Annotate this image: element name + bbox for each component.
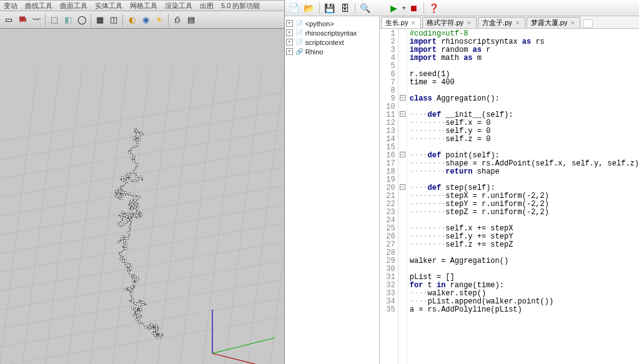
editor-toolbar: 📄 📂 💾 🗄 🔍 ▶ ▾ ⏹ ❓ — [285, 0, 639, 16]
editor-tab[interactable]: 方盒子.py✕ — [478, 17, 525, 28]
editor-tab[interactable]: 梦露大厦.py✕ — [527, 17, 581, 28]
svg-rect-56 — [129, 177, 131, 179]
close-icon[interactable]: ✕ — [570, 20, 576, 26]
svg-rect-129 — [121, 216, 123, 218]
svg-rect-230 — [159, 333, 161, 335]
svg-line-21 — [180, 66, 217, 364]
module-icon: 📄 — [295, 20, 304, 27]
svg-line-25 — [270, 66, 284, 364]
render-icon[interactable]: ◐ — [126, 14, 138, 26]
close-icon[interactable]: ✕ — [515, 20, 521, 26]
menu-item[interactable]: 实体工具 — [91, 1, 126, 11]
svg-rect-225 — [156, 332, 158, 333]
box-icon[interactable]: ▭ — [2, 14, 15, 26]
svg-rect-161 — [131, 264, 132, 266]
curve-icon[interactable]: 〰 — [30, 14, 42, 26]
expander-icon[interactable]: + — [286, 20, 293, 27]
light-icon[interactable]: ☀ — [153, 14, 166, 26]
menu-item[interactable]: 曲线工具 — [21, 1, 56, 11]
editor-tabs[interactable]: 生长.py✕格式字符.py✕方盒子.py✕梦露大厦.py✕ — [380, 16, 639, 29]
menu-item[interactable]: 出图 — [196, 1, 217, 11]
cage-icon[interactable]: ◫ — [107, 14, 120, 26]
code-text[interactable]: #coding=utf-8import rhinoscriptsyntax as… — [407, 29, 639, 364]
new-file-button[interactable]: 📄 — [287, 2, 301, 14]
tree-item[interactable]: +🔗Rhino — [286, 47, 378, 56]
svg-rect-212 — [154, 330, 156, 332]
menu-item[interactable]: 5.0 的新功能 — [217, 1, 264, 11]
close-icon[interactable]: ✕ — [410, 20, 417, 26]
editor-tab[interactable]: 生长.py✕ — [381, 17, 422, 28]
open-file-button[interactable]: 📂 — [302, 2, 316, 14]
svg-rect-51 — [132, 171, 134, 173]
svg-line-10 — [0, 129, 284, 179]
save-all-button[interactable]: 🗄 — [338, 2, 352, 14]
svg-rect-182 — [131, 299, 133, 301]
svg-rect-205 — [139, 321, 141, 323]
module-icon: 📄 — [295, 39, 304, 46]
menu-item[interactable]: 曲面工具 — [56, 1, 91, 11]
run-button[interactable]: ▶ — [387, 2, 401, 14]
print-icon[interactable]: ⎙ — [171, 14, 184, 26]
expander-icon[interactable]: + — [286, 29, 293, 36]
svg-rect-61 — [127, 173, 129, 175]
svg-rect-197 — [134, 309, 136, 311]
svg-rect-124 — [134, 214, 136, 215]
tree-item[interactable]: +📄rhinoscriptsyntax — [286, 28, 378, 37]
help-button[interactable]: ❓ — [427, 2, 441, 14]
search-button[interactable]: 🔍 — [359, 2, 372, 14]
svg-rect-163 — [129, 267, 131, 269]
close-icon[interactable]: ✕ — [466, 20, 472, 26]
fold-toggle[interactable]: − — [400, 184, 405, 190]
fold-toggle[interactable]: − — [400, 111, 405, 117]
svg-line-7 — [0, 185, 284, 235]
svg-line-15 — [45, 66, 82, 364]
code-area[interactable]: 1234567891011121314151617181920212223242… — [380, 29, 639, 364]
fold-column[interactable]: −−−− — [399, 29, 407, 364]
material-icon[interactable]: ◉ — [139, 14, 152, 26]
svg-rect-152 — [124, 245, 126, 247]
svg-rect-121 — [131, 215, 132, 217]
svg-rect-104 — [131, 207, 133, 209]
svg-rect-112 — [137, 217, 139, 219]
svg-rect-52 — [136, 175, 137, 177]
box3d-icon[interactable]: ⬚ — [48, 14, 61, 26]
svg-rect-227 — [154, 333, 156, 335]
svg-rect-100 — [131, 200, 132, 202]
svg-rect-37 — [133, 140, 135, 142]
svg-rect-40 — [139, 139, 141, 141]
svg-line-24 — [247, 66, 284, 364]
tree-item[interactable]: +📄<python> — [286, 19, 378, 28]
expander-icon[interactable]: + — [286, 39, 293, 46]
rhino-menubar[interactable]: 变动曲线工具曲面工具实体工具网格工具渲染工具出图5.0 的新功能 — [0, 0, 284, 11]
menu-item[interactable]: 渲染工具 — [161, 1, 196, 11]
module-tree[interactable]: +📄<python>+📄rhinoscriptsyntax+📄scriptcon… — [285, 16, 380, 364]
rhino-toolbar[interactable]: ▭ ⛟ 〰 ⬚ ◧ ◯ ▦ ◫ ◐ ◉ ☀ ⎙ ▤ — [0, 11, 284, 29]
tab-label: 方盒子.py — [482, 18, 512, 27]
stop-button[interactable]: ⏹ — [407, 2, 420, 14]
save-button[interactable]: 💾 — [323, 2, 337, 14]
editor-body: +📄<python>+📄rhinoscriptsyntax+📄scriptcon… — [285, 16, 639, 364]
new-tab-button[interactable] — [583, 19, 593, 28]
svg-rect-195 — [136, 306, 138, 308]
svg-rect-55 — [134, 180, 136, 182]
svg-rect-34 — [141, 133, 142, 135]
svg-rect-136 — [117, 223, 119, 225]
menu-item[interactable]: 变动 — [0, 1, 21, 11]
svg-rect-141 — [127, 232, 129, 234]
menu-item[interactable]: 网格工具 — [126, 1, 161, 11]
expander-icon[interactable]: + — [286, 48, 293, 55]
svg-rect-101 — [134, 199, 136, 201]
run-dropdown-icon[interactable]: ▾ — [402, 4, 405, 11]
car-icon[interactable]: ⛟ — [16, 14, 29, 26]
tree-item[interactable]: +📄scriptcontext — [286, 37, 378, 47]
sphere-icon[interactable]: ◯ — [76, 14, 88, 26]
svg-rect-201 — [136, 319, 137, 321]
fold-toggle[interactable]: − — [400, 152, 405, 157]
svg-rect-224 — [156, 327, 157, 329]
fold-toggle[interactable]: − — [400, 95, 405, 101]
mesh-icon[interactable]: ▦ — [94, 14, 106, 26]
solid-icon[interactable]: ◧ — [62, 14, 74, 26]
layout-icon[interactable]: ▤ — [185, 14, 197, 26]
editor-tab[interactable]: 格式字符.py✕ — [422, 17, 477, 28]
rhino-viewport[interactable] — [0, 29, 284, 364]
